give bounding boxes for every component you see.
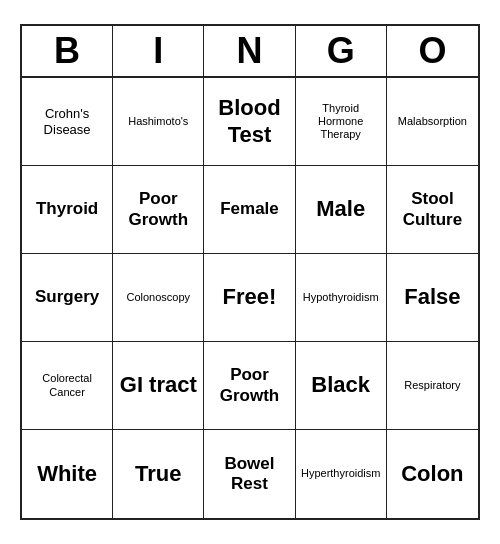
bingo-cell: Crohn's Disease [22, 78, 113, 166]
bingo-cell: GI tract [113, 342, 204, 430]
bingo-cell: Poor Growth [113, 166, 204, 254]
bingo-cell: Poor Growth [204, 342, 295, 430]
bingo-cell: Stool Culture [387, 166, 478, 254]
bingo-card: BINGO Crohn's DiseaseHashimoto'sBlood Te… [20, 24, 480, 520]
bingo-cell: Hypothyroidism [296, 254, 387, 342]
bingo-cell: Thyroid Hormone Therapy [296, 78, 387, 166]
bingo-cell: Free! [204, 254, 295, 342]
header-letter: G [296, 26, 387, 76]
bingo-cell: Hashimoto's [113, 78, 204, 166]
bingo-cell: Bowel Rest [204, 430, 295, 518]
bingo-cell: Respiratory [387, 342, 478, 430]
bingo-cell: White [22, 430, 113, 518]
bingo-cell: Blood Test [204, 78, 295, 166]
bingo-cell: Male [296, 166, 387, 254]
bingo-cell: Hyperthyroidism [296, 430, 387, 518]
header-letter: I [113, 26, 204, 76]
bingo-cell: Surgery [22, 254, 113, 342]
bingo-cell: True [113, 430, 204, 518]
bingo-cell: Malabsorption [387, 78, 478, 166]
bingo-header: BINGO [22, 26, 478, 78]
bingo-grid: Crohn's DiseaseHashimoto'sBlood TestThyr… [22, 78, 478, 518]
bingo-cell: Colorectal Cancer [22, 342, 113, 430]
bingo-cell: Female [204, 166, 295, 254]
bingo-cell: Colon [387, 430, 478, 518]
bingo-cell: Thyroid [22, 166, 113, 254]
bingo-cell: Black [296, 342, 387, 430]
bingo-cell: Colonoscopy [113, 254, 204, 342]
header-letter: B [22, 26, 113, 76]
bingo-cell: False [387, 254, 478, 342]
header-letter: N [204, 26, 295, 76]
header-letter: O [387, 26, 478, 76]
